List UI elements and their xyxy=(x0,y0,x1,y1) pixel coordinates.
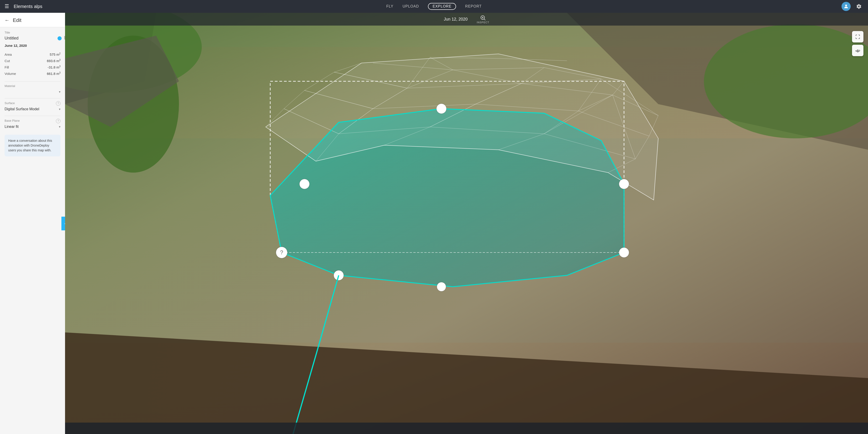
sidebar: ← Edit Title June 12, 2020 xyxy=(0,13,65,434)
divider-1 xyxy=(5,81,61,82)
stat-cut: Cut 693.6 m3 xyxy=(5,58,61,64)
back-button[interactable]: ← xyxy=(5,17,9,23)
conversation-box: Have a conversation about this annotatio… xyxy=(5,135,61,156)
area-label: Area xyxy=(5,53,12,56)
svg-line-4 xyxy=(484,19,485,20)
user-avatar[interactable] xyxy=(841,2,851,11)
sidebar-title: Edit xyxy=(13,17,22,23)
top-nav: ☰ Elements alps FLY UPLOAD EXPLORE REPOR… xyxy=(0,0,868,13)
svg-point-18 xyxy=(437,282,446,291)
svg-point-0 xyxy=(845,5,847,6)
fill-value: -31.8 m3 xyxy=(48,65,61,69)
nav-links: FLY UPLOAD EXPLORE REPORT xyxy=(386,3,482,10)
sidebar-body: Title June 12, 2020 Area xyxy=(0,27,65,434)
inspect-button[interactable]: INSPECT xyxy=(477,14,489,24)
sidebar-toggle-icon: ‹ xyxy=(64,221,65,225)
nav-upload[interactable]: UPLOAD xyxy=(403,4,419,8)
base-plane-label: Base Plane xyxy=(5,119,20,122)
terrain-dark xyxy=(65,343,868,434)
material-field: Material ▾ xyxy=(5,84,61,95)
surface-field: Surface ? Digital Surface Model ▾ xyxy=(5,101,61,113)
bottom-bar xyxy=(65,423,868,434)
fill-label: Fill xyxy=(5,65,9,69)
nav-explore[interactable]: EXPLORE xyxy=(428,3,456,10)
surface-chevron-icon: ▾ xyxy=(59,107,61,111)
svg-point-13 xyxy=(619,247,629,257)
divider-2 xyxy=(5,98,61,98)
base-plane-info-icon[interactable]: ? xyxy=(56,119,61,123)
map-area[interactable]: Jun 12, 2020 INSPECT xyxy=(65,13,868,434)
stat-volume: Volume 661.8 m3 xyxy=(5,70,61,77)
delete-icon[interactable] xyxy=(63,35,65,41)
base-plane-chevron-icon: ▾ xyxy=(59,125,61,128)
main-content: ← Edit Title June 12, 2020 xyxy=(0,13,868,434)
surface-info-icon[interactable]: ? xyxy=(56,101,61,106)
area-value: 575 m2 xyxy=(50,52,61,56)
map-header: Jun 12, 2020 INSPECT xyxy=(65,13,868,26)
base-plane-dropdown[interactable]: Linear fit ▾ xyxy=(5,123,61,130)
nav-fly[interactable]: FLY xyxy=(386,4,394,8)
hamburger-menu[interactable]: ☰ xyxy=(5,4,9,9)
surface-dropdown[interactable]: Digital Surface Model ▾ xyxy=(5,106,61,113)
title-row xyxy=(5,35,61,41)
terrain-brown xyxy=(65,47,868,138)
nav-icons xyxy=(841,2,863,11)
measurement-date: June 12, 2020 xyxy=(5,43,61,48)
nav-report[interactable]: REPORT xyxy=(465,4,482,8)
svg-text:?: ? xyxy=(280,249,283,255)
svg-point-17 xyxy=(300,179,310,189)
stats-table: Area 575 m2 Cut 693.6 m3 Fill -31.8 m3 V… xyxy=(5,51,61,77)
title-input[interactable] xyxy=(5,36,58,41)
color-dot[interactable] xyxy=(58,36,62,40)
map-controls xyxy=(852,31,863,56)
fullscreen-button[interactable] xyxy=(852,31,863,42)
surface-value: Digital Surface Model xyxy=(5,107,39,111)
volume-value: 661.8 m3 xyxy=(47,71,61,75)
sidebar-header: ← Edit xyxy=(0,13,65,27)
material-label: Material xyxy=(5,84,61,88)
svg-point-15 xyxy=(276,247,287,258)
stat-fill: Fill -31.8 m3 xyxy=(5,64,61,70)
cut-label: Cut xyxy=(5,59,10,63)
base-plane-field: Base Plane ? Linear fit ▾ xyxy=(5,119,61,130)
material-dropdown[interactable]: ▾ xyxy=(5,89,61,95)
title-label: Title xyxy=(5,31,61,34)
svg-point-12 xyxy=(619,179,629,189)
settings-icon[interactable] xyxy=(854,2,863,11)
svg-point-19 xyxy=(857,50,859,51)
stat-area: Area 575 m2 xyxy=(5,51,61,58)
volume-label: Volume xyxy=(5,72,16,75)
cut-value: 693.6 m3 xyxy=(47,59,61,63)
svg-point-14 xyxy=(334,270,344,280)
conversation-text: Have a conversation about this annotatio… xyxy=(8,139,52,152)
surface-label: Surface xyxy=(5,101,15,105)
map-settings-button[interactable] xyxy=(852,45,863,56)
material-chevron-icon: ▾ xyxy=(59,90,61,94)
base-plane-value: Linear fit xyxy=(5,125,19,129)
map-date: Jun 12, 2020 xyxy=(444,17,468,22)
sidebar-toggle-button[interactable]: ‹ xyxy=(61,217,65,230)
inspect-label: INSPECT xyxy=(477,21,489,24)
